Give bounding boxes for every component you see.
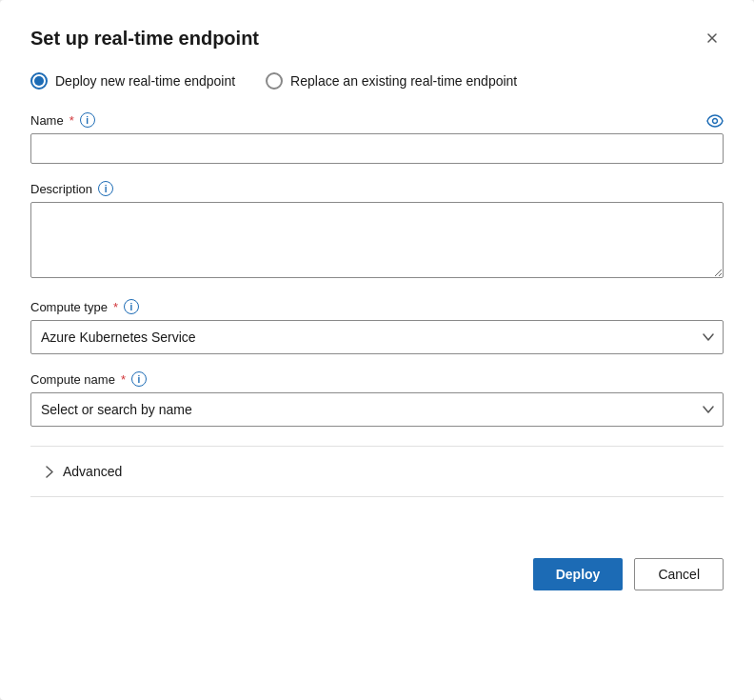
dialog-footer: Deploy Cancel (30, 543, 724, 590)
name-label-row: Name * i (30, 112, 724, 133)
advanced-section: Advanced (30, 447, 724, 496)
name-input[interactable] (30, 133, 724, 164)
compute-name-info-icon[interactable]: i (131, 371, 147, 387)
name-required-star: * (69, 113, 74, 128)
description-input[interactable] (30, 202, 724, 278)
dialog-header: Set up real-time endpoint (30, 27, 724, 50)
name-visibility-icon[interactable] (706, 114, 724, 131)
description-label-text: Description (30, 182, 92, 196)
setup-dialog: Set up real-time endpoint Deploy new rea… (0, 0, 754, 700)
svg-point-0 (713, 119, 718, 124)
radio-deploy-new-indicator (30, 72, 48, 90)
cancel-button[interactable]: Cancel (634, 558, 724, 590)
compute-type-select-wrapper: Azure Kubernetes Service Azure Container… (30, 320, 724, 354)
name-label-left: Name * i (30, 112, 95, 128)
compute-type-label: Compute type * i (30, 299, 724, 314)
radio-deploy-new-label: Deploy new real-time endpoint (55, 73, 235, 89)
compute-type-select[interactable]: Azure Kubernetes Service Azure Container… (30, 320, 724, 354)
compute-type-info-icon[interactable]: i (124, 299, 139, 314)
advanced-toggle-button[interactable]: Advanced (30, 447, 724, 496)
name-info-icon[interactable]: i (80, 112, 95, 128)
radio-replace-existing-indicator (266, 72, 283, 90)
radio-replace-existing-label: Replace an existing real-time endpoint (290, 73, 517, 89)
compute-type-form-group: Compute type * i Azure Kubernetes Servic… (30, 299, 724, 354)
compute-type-label-text: Compute type (30, 300, 108, 314)
radio-group: Deploy new real-time endpoint Replace an… (30, 72, 724, 90)
dialog-title: Set up real-time endpoint (30, 28, 259, 50)
description-form-group: Description i (30, 181, 724, 282)
deploy-button[interactable]: Deploy (533, 558, 624, 590)
advanced-chevron-icon (46, 466, 53, 478)
description-info-icon[interactable]: i (98, 181, 113, 196)
radio-option-deploy-new[interactable]: Deploy new real-time endpoint (30, 72, 235, 90)
name-label-text: Name (30, 113, 64, 128)
compute-name-label-text: Compute name (30, 372, 115, 387)
compute-name-label: Compute name * i (30, 371, 724, 387)
compute-name-required-star: * (121, 372, 126, 387)
advanced-bottom-divider (30, 496, 724, 497)
advanced-label: Advanced (63, 464, 122, 479)
radio-option-replace-existing[interactable]: Replace an existing real-time endpoint (266, 72, 517, 90)
compute-name-form-group: Compute name * i Select or search by nam… (30, 371, 724, 427)
compute-name-select[interactable]: Select or search by name (30, 392, 724, 427)
name-form-group: Name * i (30, 112, 724, 164)
compute-name-select-wrapper: Select or search by name (30, 392, 724, 427)
description-label: Description i (30, 181, 724, 196)
close-button[interactable] (701, 27, 724, 50)
compute-type-required-star: * (113, 300, 118, 314)
